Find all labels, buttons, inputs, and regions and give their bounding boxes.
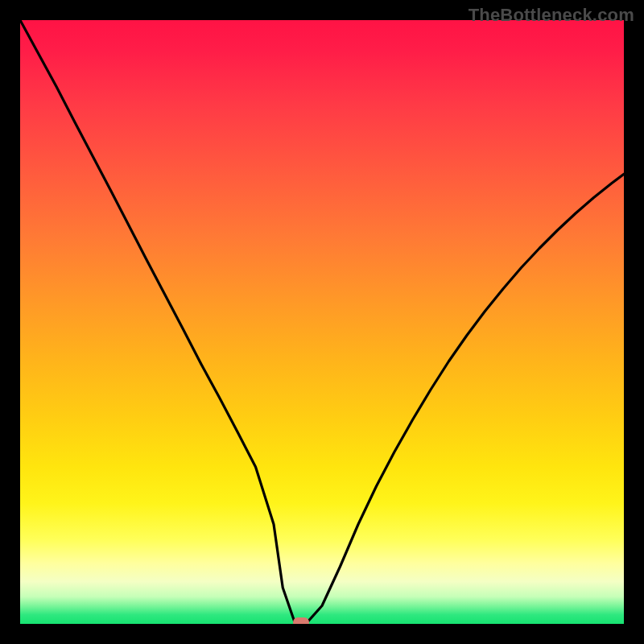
watermark-text: TheBottleneck.com — [469, 5, 634, 26]
optimal-point-marker — [293, 617, 309, 624]
plot-area — [20, 20, 624, 624]
chart-frame: TheBottleneck.com — [0, 0, 644, 644]
bottleneck-curve — [20, 20, 624, 624]
